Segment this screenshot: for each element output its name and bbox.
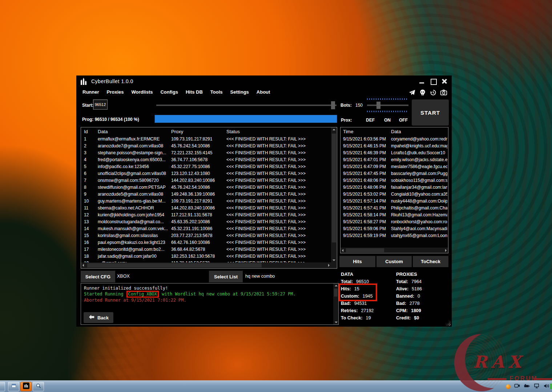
list-item[interactable]: 9/15/2021 6:47:09 PM meslater7586@eagle.… — [341, 164, 448, 171]
slider-track[interactable] — [367, 105, 408, 106]
slider-track[interactable] — [156, 105, 337, 106]
list-item[interactable]: 9/15/2021 6:03:56 PM coryamend@yahoo.com… — [341, 136, 448, 143]
taskbar-edge-button[interactable] — [0, 382, 5, 391]
taskbar-cyberbullet-button[interactable] — [20, 382, 32, 391]
list-item[interactable]: 9/15/2021 6:47:01 PM emily.wilson@jacks.… — [341, 157, 448, 164]
vertical-scrollbar[interactable] — [331, 127, 337, 262]
menu-configs[interactable]: Configs — [160, 89, 178, 95]
select-cfg-button[interactable]: Select CFG — [81, 271, 115, 282]
scroll-right-icon[interactable] — [328, 264, 330, 267]
scroll-left-icon[interactable] — [342, 249, 343, 252]
table-row[interactable]: 6 unofficial2clips@gmail.com:villas08 12… — [81, 171, 331, 178]
table-row[interactable]: 8 stewdiffusion@gmail.com:PETSAP 45.76.2… — [81, 185, 331, 192]
prox-option-def[interactable]: DEF — [366, 118, 375, 123]
battery-icon[interactable] — [524, 383, 530, 391]
list-item[interactable]: 9/15/2021 6:46:15 PM mpahel@knights.ucf.… — [341, 143, 448, 150]
menu-settings[interactable]: Settings — [230, 89, 249, 95]
slider-handle[interactable] — [331, 101, 335, 109]
back-button[interactable]: Back — [84, 312, 113, 323]
table-row[interactable]: 11 sberna@calixo.net:ACHHOR 144.202.83.2… — [81, 205, 331, 212]
menu-tools[interactable]: Tools — [210, 89, 223, 95]
column-header-id[interactable]: Id — [84, 129, 96, 134]
progress-slider[interactable] — [156, 101, 337, 110]
table-row[interactable]: 18 jafar.sadiq@gmail.com:jafar00 182.253… — [81, 254, 331, 261]
menu-wordlists[interactable]: Wordlists — [131, 89, 153, 95]
resize-grip[interactable] — [446, 321, 451, 326]
prox-option-on[interactable]: ON — [384, 118, 391, 123]
orange-ball-icon[interactable] — [506, 384, 511, 389]
list-item[interactable]: 9/15/2021 6:47:45 PM basscarley@gmail.co… — [341, 171, 448, 178]
table-row[interactable]: 15 korirsilas@gmail.com:silassilas 203.7… — [81, 233, 331, 240]
horizontal-scrollbar[interactable] — [81, 262, 331, 268]
table-row[interactable]: 4 fred@portalooskenya.com:65003... 36.74… — [81, 157, 331, 164]
prox-option-off[interactable]: OFF — [399, 118, 408, 123]
horizontal-scrollbar[interactable] — [341, 248, 448, 253]
table-row[interactable]: 7 onsmsw@gmail.com:58096720 144.202.83.2… — [81, 178, 331, 185]
tab-hits[interactable]: Hits — [339, 256, 375, 267]
volume-icon[interactable] — [543, 383, 550, 391]
tab-custom[interactable]: Custom — [376, 256, 412, 267]
menu-runner[interactable]: Runner — [82, 89, 99, 95]
table-row[interactable]: 1 ermaflux@ermaflux.fr:ERMCRE 109.73.191… — [81, 136, 331, 143]
menu-hits-db[interactable]: Hits DB — [186, 89, 203, 95]
scrollbar-thumb[interactable] — [87, 263, 262, 268]
column-header-proxy[interactable]: Proxy — [171, 129, 225, 134]
scrollbar-thumb[interactable] — [334, 289, 338, 297]
network-icon[interactable] — [533, 383, 540, 391]
table-row[interactable]: 10 guy.martens@martens-glas.be:M... 109.… — [81, 199, 331, 205]
start-button[interactable]: START — [412, 99, 449, 126]
antivirus-icon[interactable] — [550, 384, 552, 389]
tick-marks — [367, 111, 408, 112]
menu-about[interactable]: About — [257, 89, 270, 95]
list-item[interactable]: 9/15/2021 6:57:14 PM nusky4448@gmail.com… — [341, 199, 448, 205]
scroll-up-icon[interactable] — [333, 129, 335, 130]
slider-handle[interactable] — [376, 102, 380, 109]
table-row[interactable]: 12 kurien@jkkholdings.com:john1954 117.2… — [81, 212, 331, 219]
scroll-right-icon[interactable] — [445, 249, 447, 252]
scrollbar-thumb[interactable] — [332, 134, 336, 242]
column-header-data[interactable]: Data — [98, 129, 170, 134]
list-item[interactable]: 9/15/2021 6:46:39 PM Lcrafto1@utk.edu:So… — [341, 150, 448, 157]
table-row[interactable]: 2 aranozdude7@gmail.com:villas08 45.76.2… — [81, 143, 331, 150]
list-item[interactable]: 9/15/2021 6:59:19 PM utahjynx65@gmail.co… — [341, 233, 448, 240]
list-item[interactable]: 9/15/2021 6:58:27 PM ronbockhorst@yahoo.… — [341, 219, 448, 226]
menu-proxies[interactable]: Proxies — [107, 89, 124, 95]
history-icon[interactable] — [430, 89, 437, 98]
bots-slider[interactable] — [367, 98, 408, 112]
column-header-status[interactable]: Status — [226, 129, 331, 134]
minimize-icon[interactable] — [419, 78, 425, 84]
list-item[interactable]: 9/15/2021 6:58:14 PM Rkuhl13@gmail.com:H… — [341, 212, 448, 219]
scroll-up-icon[interactable] — [335, 285, 338, 286]
column-header-data[interactable]: Data — [391, 129, 447, 134]
list-item[interactable]: 9/15/2021 6:57:41 PM Philipchaltis@gmail… — [341, 205, 448, 212]
scroll-left-icon[interactable] — [82, 264, 84, 267]
capture-icon[interactable] — [514, 383, 520, 391]
start-input[interactable]: 96512 — [93, 99, 108, 110]
close-icon[interactable] — [442, 78, 447, 84]
list-item[interactable]: 9/15/2021 6:48:06 PM faisallanjar34@gmai… — [341, 185, 448, 192]
skull-icon[interactable] — [419, 89, 426, 98]
list-item[interactable]: 9/15/2021 6:59:06 PM Stahly4@aol.com:Mac… — [341, 226, 448, 233]
column-header-time[interactable]: Time — [343, 129, 390, 134]
scroll-down-icon[interactable] — [333, 260, 335, 261]
camera-icon[interactable] — [440, 89, 447, 98]
vertical-scrollbar[interactable] — [333, 283, 338, 324]
taskbar-search-button[interactable] — [33, 382, 44, 391]
telegram-icon[interactable] — [408, 89, 416, 98]
log-line-started: Started Running Config XBOX with Wordlis… — [84, 291, 332, 298]
table-row[interactable]: 5 info@pacific.co.ke:123456 45.32.227.75… — [81, 164, 331, 171]
scroll-down-icon[interactable] — [335, 322, 338, 323]
select-list-button[interactable]: Select List — [209, 271, 243, 282]
table-row[interactable]: 13 moldconstructuganda@gmail.co... 45.63… — [81, 219, 331, 226]
taskbar-app-button[interactable] — [8, 382, 19, 391]
list-item[interactable]: 9/15/2021 6:48:06 PM sobiakhoso115@gmail… — [341, 178, 448, 185]
table-row[interactable]: 17 milestoneconltd@gmail.com:bo2... 36.6… — [81, 247, 331, 254]
table-row[interactable]: 9 aranozdude5@gmail.com:villas08 149.248… — [81, 192, 331, 199]
table-row[interactable]: 16 paul.epsom@kakuzi.co.ke:light123 66.4… — [81, 240, 331, 247]
table-row[interactable]: 14 mukesh.mansukh@gmail.com:vek... 45.32… — [81, 226, 331, 233]
maximize-icon[interactable] — [430, 78, 436, 84]
scrollbar-thumb[interactable] — [346, 248, 384, 252]
tab-tocheck[interactable]: ToCheck — [413, 256, 448, 267]
table-row[interactable]: 3 stephane.poisson@estampe-sign... 72.22… — [81, 150, 331, 157]
list-item[interactable]: 9/15/2021 6:53:02 PM Congialdi10@yahoo.c… — [341, 192, 448, 199]
